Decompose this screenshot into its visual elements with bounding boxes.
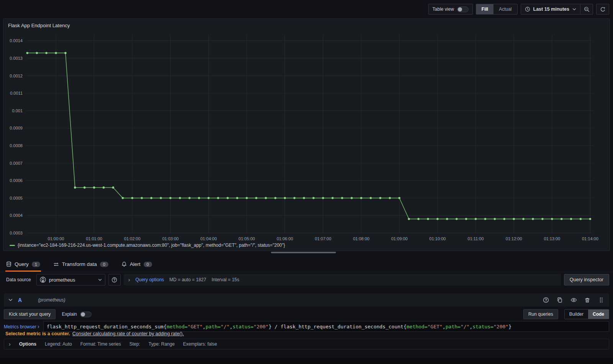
- query-options-link[interactable]: Query options: [135, 277, 164, 282]
- series-point: [160, 197, 162, 199]
- duplicate-query-button[interactable]: [556, 297, 563, 303]
- query-token-punct: ,: [469, 324, 472, 330]
- series-point: [122, 197, 124, 199]
- timeseries-chart[interactable]: 0.00030.00040.00050.00060.00070.00080.00…: [3, 27, 610, 242]
- editor-tabbar: Query 1 Transform data 0 Alert 0: [0, 256, 613, 272]
- fill-actual-segmented: Fill Actual: [476, 4, 518, 15]
- y-axis-tick: 0.0011: [10, 91, 23, 95]
- query-token-label: path=: [446, 324, 461, 330]
- tab-transform-label: Transform data: [62, 261, 97, 267]
- metrics-browser-label: Metrics browser: [4, 324, 36, 330]
- table-view-toggle-item[interactable]: Table view: [429, 4, 472, 14]
- builder-button[interactable]: Builder: [565, 310, 588, 319]
- query-token-string: "GET": [428, 324, 443, 330]
- series-point: [188, 197, 191, 199]
- chart-legend: {instance="ec2-184-169-216-224.us-west-1…: [10, 243, 285, 248]
- tab-alert[interactable]: Alert 0: [121, 261, 153, 272]
- series-point: [313, 197, 315, 199]
- query-options-bar: › Query options MD = auto = 1827 Interva…: [124, 274, 561, 285]
- delete-query-button[interactable]: [584, 297, 591, 303]
- kick-start-query-button[interactable]: Kick start your query: [4, 309, 56, 319]
- series-point: [150, 197, 152, 199]
- database-icon: [6, 261, 11, 267]
- query-token-metric: flask_http_request_duration_seconds_coun…: [280, 324, 403, 330]
- metrics-browser-link[interactable]: Metrics browser ›: [4, 323, 39, 330]
- options-summary-item: Format: Time series: [80, 341, 121, 347]
- table-view-group: Table view: [428, 4, 473, 15]
- legend-series-swatch: [10, 245, 15, 246]
- actual-button[interactable]: Actual: [493, 4, 517, 14]
- query-token-label: status=: [233, 324, 254, 330]
- series-point: [465, 218, 467, 220]
- series-point: [141, 197, 143, 199]
- zoom-out-button[interactable]: [580, 4, 593, 14]
- datasource-select[interactable]: prometheus: [36, 274, 105, 285]
- trash-icon: [585, 297, 590, 303]
- series-point: [570, 218, 572, 220]
- help-circle-icon: [543, 297, 549, 303]
- series-point: [417, 218, 420, 220]
- warning-rate-link[interactable]: Consider calculating rate of counter by …: [72, 331, 184, 336]
- explain-toggle[interactable]: [80, 312, 92, 317]
- series-point: [293, 197, 296, 199]
- time-range-label: Last 15 minutes: [533, 7, 569, 12]
- series-point: [580, 218, 582, 220]
- collapse-chevron-icon[interactable]: [8, 298, 13, 302]
- chevron-down-icon: [572, 8, 576, 11]
- tab-transform-data[interactable]: Transform data 0: [52, 261, 109, 272]
- table-view-toggle[interactable]: [457, 7, 469, 12]
- query-ref-id[interactable]: A: [18, 297, 22, 303]
- x-axis-tick: 01:07:00: [315, 236, 331, 241]
- query-row-header[interactable]: A (prometheus): [4, 293, 609, 307]
- tab-query-label: Query: [15, 261, 29, 267]
- alert-bell-icon: [121, 261, 127, 267]
- code-button[interactable]: Code: [588, 310, 609, 319]
- toggle-query-visibility-button[interactable]: [570, 297, 577, 303]
- datasource-label: Data source: [4, 277, 33, 282]
- query-token-punct: }: [269, 324, 272, 330]
- series-point: [103, 187, 105, 189]
- tab-query[interactable]: Query 1: [5, 261, 41, 272]
- series-point: [45, 52, 48, 54]
- series-point: [55, 52, 57, 54]
- query-token-metric: flask_http_request_duration_seconds_sum: [47, 324, 164, 330]
- y-axis-tick: 0.0014: [10, 38, 23, 43]
- query-token-punct: ,: [229, 324, 233, 330]
- y-axis-tick: 0.0012: [10, 74, 23, 78]
- query-help-button[interactable]: [543, 297, 549, 303]
- y-axis-tick: 0.0009: [10, 126, 23, 130]
- query-inspector-button[interactable]: Query inspector: [564, 274, 609, 285]
- copy-icon: [557, 297, 563, 303]
- series-point: [494, 218, 496, 220]
- time-range-picker[interactable]: Last 15 minutes: [521, 4, 580, 14]
- series-point: [226, 197, 229, 199]
- drag-query-handle[interactable]: [598, 297, 605, 303]
- datasource-help-button[interactable]: [108, 274, 121, 285]
- x-axis-tick: 01:01:00: [86, 236, 102, 241]
- builder-code-segmented: Builder Code: [564, 309, 609, 319]
- chevron-right-icon[interactable]: ›: [9, 341, 11, 347]
- tab-alert-count-badge: 0: [144, 262, 152, 267]
- x-axis-tick: 01:00:00: [48, 236, 64, 241]
- options-summary-item: Type: Range: [149, 341, 175, 347]
- series-point: [322, 197, 324, 199]
- query-datasource-hint: (prometheus): [38, 297, 65, 303]
- series-point: [64, 52, 67, 54]
- options-label: Options: [19, 341, 36, 347]
- splitter-drag-handle[interactable]: [271, 252, 336, 253]
- refresh-button[interactable]: [597, 4, 609, 14]
- x-axis-tick: 01:10:00: [429, 236, 446, 241]
- fill-button[interactable]: Fill: [476, 4, 493, 14]
- legend-series-label[interactable]: {instance="ec2-184-169-216-224.us-west-1…: [18, 243, 285, 248]
- options-summary: Legend: AutoFormat: Time seriesStep:Type…: [45, 341, 217, 347]
- series-point: [131, 197, 133, 199]
- x-axis-tick: 01:05:00: [239, 236, 255, 241]
- run-queries-button[interactable]: Run queries: [523, 309, 558, 319]
- series-point: [274, 197, 277, 199]
- series-point: [236, 197, 238, 199]
- query-options-collapsed[interactable]: › Options Legend: AutoFormat: Time serie…: [4, 339, 609, 349]
- x-axis-tick: 01:09:00: [391, 236, 408, 241]
- x-axis-tick: 01:13:00: [544, 236, 560, 241]
- chevron-right-icon[interactable]: ›: [128, 277, 130, 283]
- chevron-right-icon: ›: [38, 323, 39, 330]
